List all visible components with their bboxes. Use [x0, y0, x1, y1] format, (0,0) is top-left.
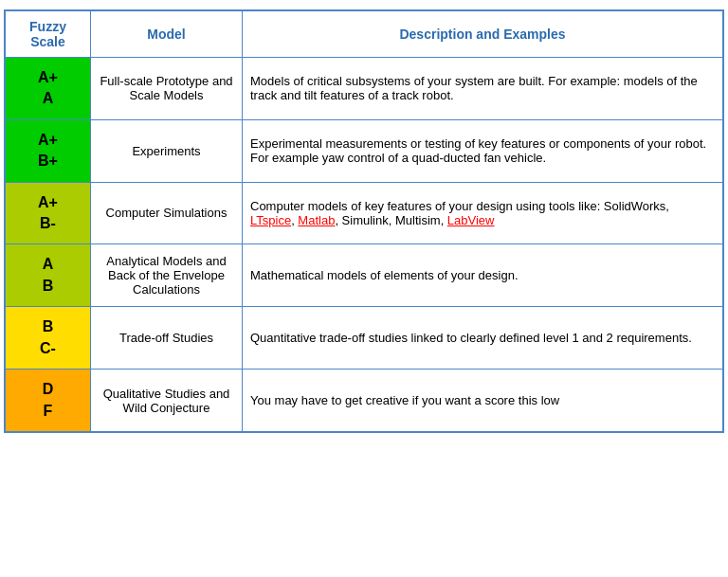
grade-label: A+: [13, 67, 82, 88]
grade-label: A: [13, 88, 82, 109]
fuzzy-scale-cell: BC-: [6, 307, 91, 370]
table-row: DFQualitative Studies and Wild Conjectur…: [6, 370, 723, 432]
table-row: ABAnalytical Models and Back of the Enve…: [6, 244, 723, 307]
model-cell: Full-scale Prototype and Scale Models: [91, 58, 243, 120]
fuzzy-scale-cell: A+B+: [6, 119, 91, 182]
labview-link: LabView: [447, 213, 495, 227]
description-cell: You may have to get creative if you want…: [243, 370, 723, 432]
model-cell: Qualitative Studies and Wild Conjecture: [91, 370, 243, 432]
ltspice-link: LTspice: [250, 213, 291, 227]
grade-label: A: [13, 254, 82, 275]
description-cell: Quantitative trade-off studies linked to…: [243, 307, 723, 370]
grade-label: C-: [13, 338, 82, 359]
description-cell: Computer models of key features of your …: [243, 182, 723, 244]
fuzzy-scale-cell: DF: [6, 370, 91, 432]
grade-label: B: [13, 276, 82, 297]
header-fuzzy-scale: Fuzzy Scale: [6, 11, 91, 58]
grade-label: B-: [13, 213, 82, 234]
grade-label: D: [13, 379, 82, 400]
header-description: Description and Examples: [243, 11, 723, 58]
grade-label: F: [13, 401, 82, 422]
model-cell: Computer Simulations: [91, 182, 243, 244]
fuzzy-scale-cell: A+B-: [6, 182, 91, 244]
main-table-wrapper: Fuzzy Scale Model Description and Exampl…: [4, 9, 724, 433]
table-row: BC-Trade-off StudiesQuantitative trade-o…: [6, 307, 723, 370]
matlab-link: Matlab: [298, 213, 335, 227]
grade-label: A+: [13, 192, 82, 213]
model-cell: Analytical Models and Back of the Envelo…: [91, 244, 243, 307]
fuzzy-scale-cell: AB: [6, 244, 91, 307]
header-row: Fuzzy Scale Model Description and Exampl…: [6, 11, 723, 58]
model-cell: Experiments: [91, 119, 243, 182]
description-cell: Experimental measurements or testing of …: [243, 119, 723, 182]
table-row: A+AFull-scale Prototype and Scale Models…: [6, 58, 723, 120]
description-cell: Mathematical models of elements of your …: [243, 244, 723, 307]
description-cell: Models of critical subsystems of your sy…: [243, 58, 723, 120]
model-cell: Trade-off Studies: [91, 307, 243, 370]
fuzzy-scale-cell: A+A: [6, 58, 91, 120]
header-model: Model: [91, 11, 243, 58]
grade-label: A+: [13, 130, 82, 151]
table-row: A+B-Computer SimulationsComputer models …: [6, 182, 723, 244]
grade-label: B+: [13, 151, 82, 171]
table-row: A+B+ExperimentsExperimental measurements…: [6, 119, 723, 182]
fuzzy-scale-table: Fuzzy Scale Model Description and Exampl…: [5, 10, 723, 432]
grade-label: B: [13, 316, 82, 337]
